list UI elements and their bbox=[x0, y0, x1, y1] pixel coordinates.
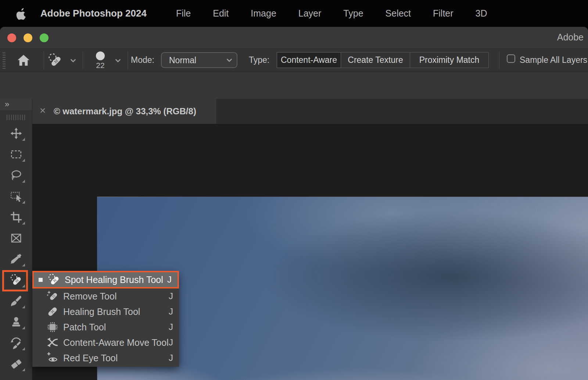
document-tab-title: © watermark.jpg @ 33,3% (RGB/8) bbox=[54, 99, 196, 124]
flyout-item-label: Red Eye Tool bbox=[63, 353, 118, 363]
menu-type[interactable]: Type bbox=[343, 8, 363, 19]
eraser-icon bbox=[10, 358, 22, 370]
object-selection-icon bbox=[10, 190, 22, 202]
menu-select[interactable]: Select bbox=[386, 8, 411, 19]
flyout-item-remove-tool[interactable]: Remove Tool J bbox=[32, 288, 179, 304]
home-icon[interactable] bbox=[17, 53, 31, 67]
menu-layer[interactable]: Layer bbox=[298, 8, 322, 19]
apple-icon[interactable] bbox=[16, 7, 27, 20]
sample-all-layers-checkbox[interactable] bbox=[507, 54, 515, 63]
flyout-item-shortcut: J bbox=[167, 275, 172, 285]
zoom-window-button[interactable] bbox=[40, 33, 49, 42]
screenshot-root: Adobe Photoshop 2024 File Edit Image Lay… bbox=[0, 0, 588, 380]
divider bbox=[83, 51, 83, 69]
flyout-item-red-eye-tool[interactable]: Red Eye Tool J bbox=[32, 350, 179, 366]
divider bbox=[44, 51, 44, 69]
flyout-item-shortcut: J bbox=[169, 322, 173, 332]
tool-frame[interactable] bbox=[6, 229, 26, 247]
menu-image[interactable]: Image bbox=[251, 8, 276, 19]
document-tab[interactable]: × © watermark.jpg @ 33,3% (RGB/8) bbox=[32, 99, 216, 124]
workspace: × © watermark.jpg @ 33,3% (RGB/8) » bbox=[0, 99, 588, 380]
chevron-down-icon[interactable] bbox=[69, 57, 77, 64]
tool-rectangular-marquee[interactable] bbox=[6, 146, 26, 163]
tool-preset-spot-healing-icon[interactable] bbox=[48, 53, 62, 68]
clone-stamp-icon bbox=[10, 316, 22, 328]
brush-size-value: 22 bbox=[92, 61, 109, 70]
current-tool-indicator-empty bbox=[37, 310, 41, 314]
flyout-item-shortcut: J bbox=[169, 353, 173, 363]
tool-paint-bucket[interactable] bbox=[6, 376, 26, 380]
healing-tools-flyout-menu: Spot Healing Brush Tool J Remove Tool J … bbox=[32, 271, 179, 367]
patch-tool-icon bbox=[46, 321, 59, 333]
tool-eraser[interactable] bbox=[6, 355, 26, 373]
flyout-item-label: Remove Tool bbox=[63, 291, 116, 302]
flyout-item-shortcut: J bbox=[169, 291, 173, 301]
minimize-window-button[interactable] bbox=[24, 33, 32, 42]
flyout-item-label: Healing Brush Tool bbox=[63, 306, 140, 317]
current-tool-indicator-empty bbox=[37, 325, 41, 329]
tool-move[interactable] bbox=[6, 125, 26, 142]
spot-healing-brush-icon bbox=[48, 273, 60, 286]
red-eye-icon bbox=[46, 352, 59, 364]
menu-file[interactable]: File bbox=[176, 8, 191, 19]
current-tool-indicator-empty bbox=[37, 356, 41, 360]
flyout-item-content-aware-move-tool[interactable]: Content-Aware Move Tool J bbox=[32, 335, 179, 350]
flyout-item-label: Patch Tool bbox=[63, 322, 106, 333]
tools-panel-grip[interactable] bbox=[7, 115, 26, 120]
mode-label: Mode: bbox=[131, 55, 154, 65]
chevron-down-icon[interactable] bbox=[114, 57, 122, 64]
flyout-item-healing-brush-tool[interactable]: Healing Brush Tool J bbox=[32, 304, 179, 319]
tool-history-brush[interactable] bbox=[6, 334, 26, 352]
type-content-aware-button[interactable]: Content-Aware bbox=[277, 52, 341, 68]
flyout-item-label: Content-Aware Move Tool bbox=[63, 337, 169, 348]
flyout-item-patch-tool[interactable]: Patch Tool J bbox=[32, 319, 179, 335]
divider bbox=[499, 51, 499, 69]
tool-options-bar: 22 Mode: Normal Type: Content-Aware Crea… bbox=[0, 49, 588, 72]
menu-3d[interactable]: 3D bbox=[476, 8, 487, 19]
current-tool-indicator bbox=[39, 278, 43, 282]
active-tool-highlight bbox=[2, 270, 28, 291]
tool-lasso[interactable] bbox=[6, 166, 26, 184]
photoshop-window: Adobe 22 Mode: Normal Type: Content-Awar… bbox=[0, 27, 588, 380]
tool-object-selection[interactable] bbox=[6, 187, 26, 205]
menu-edit[interactable]: Edit bbox=[213, 8, 229, 19]
collapse-panel-control[interactable]: » bbox=[0, 99, 32, 111]
double-chevron-icon: » bbox=[5, 100, 10, 109]
tools-panel: » bbox=[0, 99, 32, 380]
tool-crop[interactable] bbox=[6, 208, 26, 226]
flyout-item-shortcut: J bbox=[169, 337, 173, 348]
move-icon bbox=[10, 127, 22, 140]
app-menu-title[interactable]: Adobe Photoshop 2024 bbox=[40, 8, 147, 19]
window-titlebar[interactable]: Adobe bbox=[0, 27, 588, 49]
lasso-icon bbox=[10, 169, 22, 182]
chevron-down-icon bbox=[226, 57, 233, 64]
healing-brush-icon bbox=[46, 305, 59, 318]
marquee-icon bbox=[10, 148, 22, 161]
type-segmented-control: Content-Aware Create Texture Proximity M… bbox=[277, 52, 489, 68]
type-create-texture-button[interactable]: Create Texture bbox=[341, 52, 410, 68]
flyout-item-label: Spot Healing Brush Tool bbox=[65, 275, 163, 285]
mode-dropdown[interactable]: Normal bbox=[161, 52, 237, 68]
menu-filter[interactable]: Filter bbox=[433, 8, 453, 19]
brush-icon bbox=[10, 295, 22, 307]
tool-eyedropper[interactable] bbox=[6, 250, 26, 268]
brush-size-preview[interactable] bbox=[96, 51, 105, 60]
content-aware-move-icon bbox=[46, 336, 59, 349]
current-tool-indicator-empty bbox=[37, 294, 41, 298]
type-proximity-match-button[interactable]: Proximity Match bbox=[410, 52, 489, 68]
close-tab-icon[interactable]: × bbox=[40, 105, 46, 116]
divider bbox=[128, 51, 128, 69]
remove-tool-icon bbox=[46, 290, 59, 302]
eyedropper-icon bbox=[10, 253, 22, 265]
crop-icon bbox=[10, 211, 22, 223]
flyout-item-spot-healing-brush-tool[interactable]: Spot Healing Brush Tool J bbox=[32, 271, 179, 288]
close-window-button[interactable] bbox=[7, 33, 16, 42]
flyout-item-shortcut: J bbox=[169, 306, 173, 317]
paint-bucket-icon bbox=[10, 379, 22, 380]
options-bar-grip[interactable] bbox=[3, 53, 6, 69]
history-brush-icon bbox=[10, 337, 22, 349]
frame-icon bbox=[10, 232, 22, 244]
tool-clone-stamp[interactable] bbox=[6, 313, 26, 331]
tool-brush[interactable] bbox=[6, 292, 26, 310]
macos-menu-bar: Adobe Photoshop 2024 File Edit Image Lay… bbox=[0, 0, 588, 27]
